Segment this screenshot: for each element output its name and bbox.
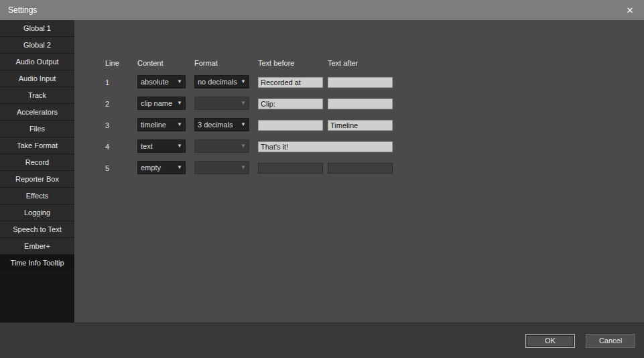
table-row: 4 text ▼ ▼ [105,139,644,153]
text-after-input [328,163,393,174]
sidebar-item-ember-plus[interactable]: Ember+ [0,238,74,255]
line-number: 5 [105,164,109,172]
table-row: 3 timeline ▼ 3 decimals ▼ [105,118,644,131]
content-dropdown[interactable]: text ▼ [137,139,186,153]
format-dropdown[interactable]: 3 decimals ▼ [194,118,249,131]
chevron-down-icon: ▼ [241,143,246,149]
table-row: 1 absolute ▼ no decimals ▼ [105,75,644,88]
text-wide-input[interactable] [258,141,393,152]
header-text-before: Text before [258,59,294,67]
chevron-down-icon: ▼ [177,79,182,84]
sidebar-item-global-2[interactable]: Global 2 [0,37,74,54]
cancel-button[interactable]: Cancel [586,334,635,348]
dropdown-value: clip name [141,99,172,107]
sidebar-item-global-1[interactable]: Global 1 [0,20,74,37]
sidebar-item-reporter-box[interactable]: Reporter Box [0,171,74,188]
ok-button[interactable]: OK [525,334,575,348]
sidebar-item-effects[interactable]: Effects [0,188,74,204]
dropdown-value: empty [141,164,161,172]
text-after-input[interactable] [328,77,393,88]
main-panel: Line Content Format Text before Text aft… [74,20,644,322]
close-icon[interactable]: ✕ [616,0,644,20]
chevron-down-icon: ▼ [241,165,246,170]
window-title: Settings [8,5,37,15]
table-row: 2 clip name ▼ ▼ [105,97,644,110]
chevron-down-icon: ▼ [177,143,182,149]
format-dropdown: ▼ [194,139,249,153]
text-before-input[interactable] [258,99,323,109]
sidebar-item-take-format[interactable]: Take Format [0,137,74,154]
text-before-input [258,163,323,174]
header-line: Line [105,59,119,67]
sidebar-item-speech-to-text[interactable]: Speech to Text [0,221,74,238]
format-dropdown: ▼ [194,161,249,174]
sidebar-item-track[interactable]: Track [0,87,74,104]
sidebar-item-time-info-tooltip[interactable]: Time Info Tooltip [0,255,74,272]
content-dropdown[interactable]: absolute ▼ [137,75,186,88]
chevron-down-icon: ▼ [241,101,246,106]
header-format: Format [194,59,218,67]
line-number: 4 [105,143,109,151]
dropdown-value: absolute [141,78,169,86]
dropdown-value: timeline [141,121,166,129]
sidebar-item-accelerators[interactable]: Accelerators [0,104,74,121]
sidebar-item-logging[interactable]: Logging [0,204,74,221]
content-dropdown[interactable]: clip name ▼ [137,97,186,110]
dropdown-value: text [141,142,153,150]
titlebar: Settings ✕ [0,0,644,20]
text-after-input[interactable] [328,120,393,131]
content-dropdown[interactable]: timeline ▼ [137,118,186,131]
chevron-down-icon: ▼ [177,122,182,127]
table-header-row: Line Content Format Text before Text aft… [105,56,644,68]
chevron-down-icon: ▼ [241,79,246,84]
sidebar-item-files[interactable]: Files [0,121,74,137]
content-dropdown[interactable]: empty ▼ [137,161,186,174]
line-number: 1 [105,78,109,86]
dropdown-value: 3 decimals [198,121,233,129]
format-dropdown[interactable]: no decimals ▼ [194,75,249,88]
sidebar-item-audio-output[interactable]: Audio Output [0,54,74,70]
format-dropdown: ▼ [194,97,249,110]
dropdown-value: no decimals [198,78,237,86]
sidebar: Global 1 Global 2 Audio Output Audio Inp… [0,20,74,322]
sidebar-item-audio-input[interactable]: Audio Input [0,70,74,87]
line-number: 3 [105,121,109,129]
text-after-input[interactable] [328,99,393,109]
chevron-down-icon: ▼ [177,101,182,106]
text-before-input[interactable] [258,120,323,131]
header-content: Content [137,59,164,67]
text-before-input[interactable] [258,77,323,88]
line-number: 2 [105,100,109,108]
window-body: Global 1 Global 2 Audio Output Audio Inp… [0,20,644,322]
settings-window: Settings ✕ Global 1 Global 2 Audio Outpu… [0,0,644,358]
header-text-after: Text after [328,59,358,67]
sidebar-item-record[interactable]: Record [0,154,74,171]
chevron-down-icon: ▼ [177,165,182,170]
chevron-down-icon: ▼ [241,122,246,127]
footer: OK Cancel [0,322,644,358]
table-row: 5 empty ▼ ▼ [105,161,644,174]
